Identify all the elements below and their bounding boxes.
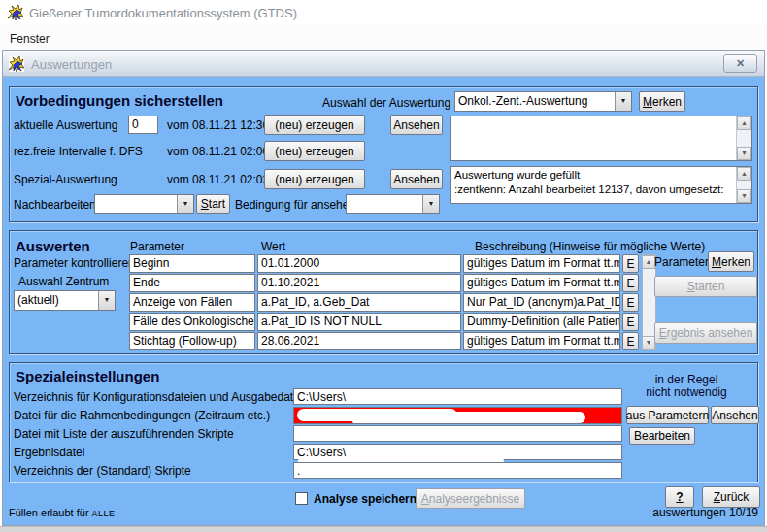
param-wert-field[interactable]: 01.01.2000 — [257, 254, 461, 273]
edit-e-button[interactable]: E — [622, 274, 639, 292]
window-title: Gießener Tumordokumentationssystem (GTDS… — [29, 6, 297, 20]
menu-bar: Fenster — [0, 25, 767, 50]
merken-parameter-button[interactable]: Merken — [708, 251, 754, 272]
auswertung-select[interactable]: Onkol.-Zent.-Auswertung ▼ — [454, 91, 632, 112]
gtds-dialog-icon — [9, 56, 24, 72]
verzeichnis-konfig-label: Verzeichnis für Konfigurationsdateien un… — [14, 390, 316, 404]
neu-erzeugen-button-2[interactable]: (neu) erzeugen — [264, 141, 365, 161]
application-window: Gießener Tumordokumentationssystem (GTDS… — [0, 0, 767, 532]
edit-e-button[interactable]: E — [622, 293, 639, 312]
panel-vorbedingungen: Vorbedingungen sicherstellen Auswahl der… — [9, 86, 758, 222]
panel-heading: Vorbedingungen sicherstellen — [16, 92, 223, 109]
auswahl-zentrum-label: Auswahl Zentrum — [18, 275, 109, 288]
starten-button[interactable]: Starten — [654, 276, 757, 297]
param-wert-field[interactable]: 01.10.2021 — [257, 274, 461, 292]
neu-erzeugen-button-1[interactable]: (neu) erzeugen — [264, 115, 365, 135]
auswertung-output-textarea[interactable]: ▲ ▼ — [450, 116, 752, 161]
rahmenbedingungen-field[interactable] — [293, 407, 622, 424]
panel-heading: Auswerten — [16, 238, 90, 254]
param-name-field[interactable]: Beginn — [129, 254, 255, 273]
rahmenbedingungen-label: Datei für die Rahmenbedingungen (Zeitrau… — [14, 409, 270, 422]
ergebnisdatei-label: Ergebnisdatei — [14, 446, 84, 459]
note-line-2: nicht notwendig — [614, 386, 759, 399]
col-header-wert: Wert — [261, 240, 285, 253]
menu-fenster[interactable]: Fenster — [7, 31, 52, 47]
dialog-title-bar: Auswertungen ✕ — [3, 51, 764, 77]
panel-heading: Spezialeinstellungen — [16, 368, 159, 384]
analyse-speichern-checkbox[interactable] — [295, 492, 308, 505]
param-wert-field[interactable]: a.Pat_ID IS NOT NULL — [257, 313, 461, 331]
param-beschreibung-field[interactable]: gültiges Datum im Format tt.mm.jjjj — [463, 274, 620, 292]
scrollbar[interactable]: ▲ ▼ — [736, 167, 751, 203]
auswertung-select-value: Onkol.-Zent.-Auswertung — [455, 92, 615, 111]
param-name-field[interactable]: Anzeige von Fällen — [129, 293, 255, 312]
bedingung-select[interactable]: ▼ — [346, 194, 440, 214]
scrollbar[interactable]: ▲ ▼ — [736, 116, 751, 160]
ansehen-spezial-button[interactable]: Ansehen — [711, 406, 759, 424]
neu-erzeugen-button-3[interactable]: (neu) erzeugen — [264, 169, 365, 189]
scroll-down-icon[interactable]: ▼ — [642, 336, 655, 349]
chevron-down-icon[interactable]: ▼ — [98, 291, 115, 310]
ansehen-button-3[interactable]: Ansehen — [390, 169, 443, 189]
skripte-liste-label: Datei mit Liste der auszuführenden Skrip… — [14, 427, 234, 441]
param-wert-field[interactable]: a.Pat_ID, a.Geb_Dat — [257, 293, 461, 312]
edit-e-button[interactable]: E — [622, 313, 639, 331]
standard-skripte-label: Verzeichnis der (Standard) Skripte — [14, 464, 191, 478]
param-name-field[interactable]: Stichtag (Follow-up) — [129, 332, 255, 350]
edit-e-button[interactable]: E — [622, 332, 639, 350]
param-name-field[interactable]: Fälle des Onkologischen Z — [129, 313, 255, 331]
scroll-down-icon[interactable]: ▼ — [737, 147, 751, 160]
scroll-up-icon[interactable]: ▲ — [737, 167, 751, 181]
zurueck-button[interactable]: Zurück — [702, 486, 760, 508]
bedingung-select-value — [347, 195, 422, 213]
standard-skripte-field[interactable]: . — [293, 462, 622, 479]
chevron-down-icon[interactable]: ▼ — [422, 195, 439, 213]
scroll-up-icon[interactable]: ▲ — [642, 255, 655, 269]
merken-auswertung-button[interactable]: Merken — [639, 91, 685, 112]
verzeichnis-konfig-field[interactable]: C:\Users\ — [293, 388, 622, 405]
panel-spezialeinstellungen: Spezialeinstellungen Verzeichnis für Kon… — [9, 362, 758, 482]
auswertung-log-textarea[interactable]: Auswertung wurde gefüllt :zentkenn: Anza… — [450, 166, 752, 204]
scroll-down-icon[interactable]: ▼ — [737, 189, 751, 203]
note-text: in der Regel nicht notwendig — [614, 374, 759, 399]
vom-date-1: vom 08.11.21 12:36 — [167, 118, 269, 132]
param-beschreibung-field[interactable]: Nur Pat_ID (anonym)a.Pat_IDMit N — [463, 293, 620, 312]
param-wert-field[interactable]: 28.06.2021 — [257, 332, 461, 350]
panel-auswerten: Auswerten Parameter kontrollieren Auswah… — [9, 230, 758, 354]
help-button[interactable]: ? — [665, 486, 694, 508]
fuellen-erlaubt-label: Füllen erlaubt für ALLE — [9, 507, 116, 518]
spezial-auswertung-label: Spezial-Auswertung — [14, 173, 117, 186]
auswertung-output-text — [454, 117, 734, 159]
ergebnis-ansehen-button[interactable]: Ergebnis ansehen — [654, 322, 757, 344]
chevron-down-icon[interactable]: ▼ — [615, 92, 631, 111]
aus-parametern-button[interactable]: aus Parametern — [626, 406, 709, 424]
auswertung-log-text: Auswertung wurde gefüllt :zentkenn: Anza… — [454, 168, 734, 202]
param-beschreibung-field[interactable]: Dummy-Definition (alle Patienten): — [463, 313, 620, 331]
redaction-blob — [352, 417, 537, 424]
nachbearbeiten-select-value — [95, 195, 177, 213]
scroll-up-icon[interactable]: ▲ — [737, 116, 751, 130]
skripte-liste-field[interactable] — [293, 425, 622, 442]
ansehen-button-1[interactable]: Ansehen — [390, 115, 443, 135]
bearbeiten-button[interactable]: Bearbeiten — [629, 427, 695, 445]
col-header-beschreibung: Beschreibung (Hinweise für mögliche Wert… — [475, 240, 705, 253]
bedingung-label: Bedingung für ansehen — [235, 198, 355, 212]
zentrum-select[interactable]: (aktuell) ▼ — [14, 290, 116, 311]
nachbearbeiten-select[interactable]: ▼ — [94, 194, 194, 214]
edit-e-button[interactable]: E — [622, 254, 639, 273]
chevron-down-icon[interactable]: ▼ — [177, 195, 193, 213]
start-button[interactable]: Start — [196, 194, 230, 214]
param-beschreibung-field[interactable]: gültiges Datum im Format tt.mm.jjjj — [463, 332, 620, 350]
analyseergebnisse-button[interactable]: Analyseergebnisse — [416, 488, 525, 509]
nachbearbeiten-label: Nachbearbeiten — [14, 198, 96, 212]
auswahl-auswertung-label: Auswahl der Auswertung — [322, 96, 450, 110]
aktuelle-auswertung-input[interactable]: 0 — [128, 116, 158, 134]
dialog-title: Auswertungen — [31, 57, 112, 72]
parameter-kontrollieren-label: Parameter kontrollieren — [14, 256, 135, 270]
param-name-field[interactable]: Ende — [129, 274, 255, 292]
close-icon[interactable]: ✕ — [723, 54, 757, 73]
vom-date-2: vom 08.11.21 02:00 — [167, 145, 269, 158]
page-indicator: auswertungen 10/19 — [585, 506, 758, 519]
parameter-label: Parameter — [654, 255, 709, 269]
param-beschreibung-field[interactable]: gültiges Datum im Format tt.mm.jjjj — [463, 254, 620, 273]
